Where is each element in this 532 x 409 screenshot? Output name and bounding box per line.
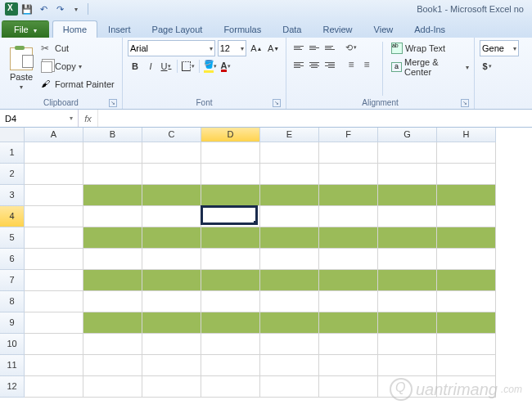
cell[interactable]: [378, 206, 437, 227]
align-middle-button[interactable]: [307, 40, 322, 55]
row-header-11[interactable]: 11: [0, 355, 25, 376]
decrease-indent-button[interactable]: [344, 57, 358, 72]
cell[interactable]: [142, 355, 201, 376]
cell[interactable]: [437, 227, 496, 249]
cell[interactable]: [83, 312, 142, 334]
underline-button[interactable]: U▾: [159, 59, 174, 74]
row-header-7[interactable]: 7: [0, 270, 25, 291]
cell[interactable]: [142, 312, 201, 334]
paste-button[interactable]: Paste ▾: [5, 40, 38, 97]
cell[interactable]: [201, 334, 260, 355]
row-header-10[interactable]: 10: [0, 334, 25, 355]
cell[interactable]: [142, 291, 201, 312]
cell[interactable]: [319, 206, 378, 227]
copy-button[interactable]: Copy ▾: [41, 58, 115, 74]
cell[interactable]: [260, 249, 319, 270]
cell[interactable]: [142, 334, 201, 355]
cell[interactable]: [142, 249, 201, 270]
cell[interactable]: [319, 312, 378, 334]
cell[interactable]: [25, 355, 83, 376]
cell[interactable]: [83, 376, 142, 398]
border-button[interactable]: ▾: [181, 59, 196, 74]
cell[interactable]: [260, 142, 319, 164]
italic-button[interactable]: I: [143, 59, 158, 74]
cell[interactable]: [142, 376, 201, 398]
cell[interactable]: [378, 227, 437, 249]
name-box[interactable]: D4▾: [0, 110, 79, 127]
col-header-G[interactable]: G: [378, 128, 437, 142]
row-header-3[interactable]: 3: [0, 185, 25, 206]
cell[interactable]: [83, 270, 142, 291]
cell[interactable]: [319, 227, 378, 249]
cell[interactable]: [260, 334, 319, 355]
cell[interactable]: [201, 291, 260, 312]
cell[interactable]: [201, 164, 260, 185]
cells-area[interactable]: [25, 142, 496, 398]
cell[interactable]: [319, 355, 378, 376]
cell[interactable]: [378, 270, 437, 291]
cell[interactable]: [319, 376, 378, 398]
cell[interactable]: [437, 164, 496, 185]
row-header-4[interactable]: 4: [0, 206, 25, 227]
fill-color-button[interactable]: 🪣▾: [203, 59, 218, 74]
cell[interactable]: [319, 185, 378, 206]
cell[interactable]: [83, 164, 142, 185]
font-size-select[interactable]: 12: [218, 40, 247, 56]
cell[interactable]: [25, 291, 83, 312]
cell[interactable]: [201, 227, 260, 249]
row-header-6[interactable]: 6: [0, 249, 25, 270]
save-button[interactable]: 💾: [20, 2, 34, 16]
currency-button[interactable]: ▾: [480, 59, 494, 74]
cell[interactable]: [260, 270, 319, 291]
bold-button[interactable]: B: [128, 59, 142, 74]
cell[interactable]: [201, 376, 260, 398]
align-right-button[interactable]: [322, 57, 337, 72]
cell[interactable]: [437, 355, 496, 376]
cell[interactable]: [319, 270, 378, 291]
cell[interactable]: [260, 291, 319, 312]
row-header-12[interactable]: 12: [0, 376, 25, 398]
col-header-E[interactable]: E: [260, 128, 319, 142]
cell[interactable]: [260, 355, 319, 376]
cell[interactable]: [260, 227, 319, 249]
cell[interactable]: [201, 312, 260, 334]
cell[interactable]: [142, 206, 201, 227]
cell[interactable]: [378, 291, 437, 312]
row-header-9[interactable]: 9: [0, 312, 25, 334]
cell[interactable]: [378, 185, 437, 206]
cell[interactable]: [83, 291, 142, 312]
cell[interactable]: [319, 249, 378, 270]
tab-home[interactable]: Home: [52, 20, 97, 38]
font-launcher[interactable]: ↘: [273, 99, 281, 107]
cell[interactable]: [437, 185, 496, 206]
cell[interactable]: [437, 291, 496, 312]
cell[interactable]: [437, 249, 496, 270]
tab-page-layout[interactable]: Page Layout: [142, 20, 214, 38]
tab-data[interactable]: Data: [272, 20, 312, 38]
fx-button[interactable]: fx: [79, 110, 98, 127]
row-header-8[interactable]: 8: [0, 291, 25, 312]
cell[interactable]: [378, 312, 437, 334]
tab-formulas[interactable]: Formulas: [213, 20, 272, 38]
cell[interactable]: [437, 270, 496, 291]
align-top-button[interactable]: [291, 40, 306, 55]
cell[interactable]: [25, 376, 83, 398]
cell[interactable]: [25, 249, 83, 270]
cell[interactable]: [201, 355, 260, 376]
col-header-F[interactable]: F: [319, 128, 378, 142]
cell[interactable]: [83, 334, 142, 355]
cell[interactable]: [83, 227, 142, 249]
format-painter-button[interactable]: Format Painter: [41, 76, 115, 92]
cell[interactable]: [142, 185, 201, 206]
col-header-A[interactable]: A: [25, 128, 83, 142]
qat-customize-button[interactable]: ▾: [69, 2, 83, 16]
col-header-B[interactable]: B: [83, 128, 142, 142]
tab-review[interactable]: Review: [312, 20, 363, 38]
merge-center-button[interactable]: Merge & Center ▾: [391, 59, 469, 75]
cell[interactable]: [319, 142, 378, 164]
cell[interactable]: [437, 312, 496, 334]
tab-file[interactable]: File: [2, 20, 49, 38]
cell[interactable]: [437, 334, 496, 355]
cell[interactable]: [319, 291, 378, 312]
cell[interactable]: [378, 334, 437, 355]
